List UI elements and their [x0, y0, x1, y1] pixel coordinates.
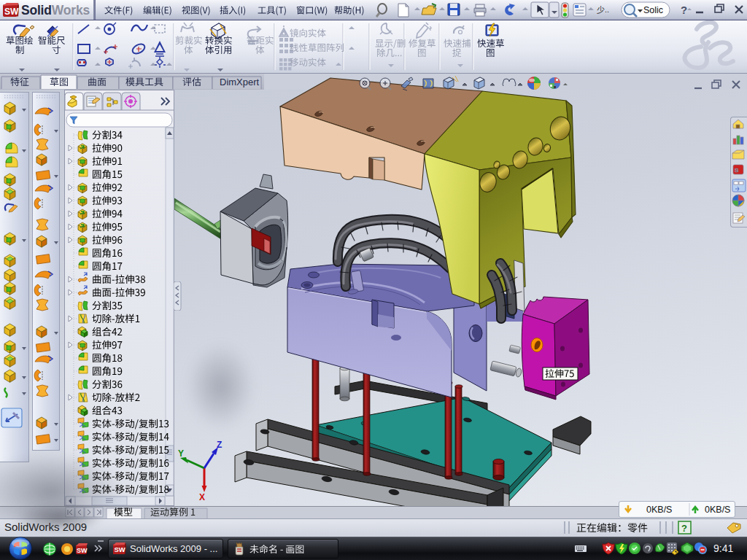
svg-text:少..: 少.. [597, 5, 609, 14]
svg-text:0KB/S: 0KB/S [646, 505, 672, 515]
svg-text:9:41: 9:41 [713, 542, 733, 554]
svg-text:?: ? [681, 4, 687, 16]
svg-text:?: ? [681, 523, 687, 534]
svg-text:SW: SW [4, 7, 19, 17]
svg-text:Y: Y [178, 448, 184, 459]
svg-text:SW: SW [115, 545, 125, 553]
svg-text:Solic: Solic [643, 5, 663, 15]
svg-text:X: X [199, 492, 205, 502]
svg-text:0KB/S: 0KB/S [705, 505, 730, 515]
svg-text:S: S [735, 167, 738, 174]
svg-text:SW: SW [77, 547, 88, 554]
svg-text:Z: Z [217, 440, 222, 450]
